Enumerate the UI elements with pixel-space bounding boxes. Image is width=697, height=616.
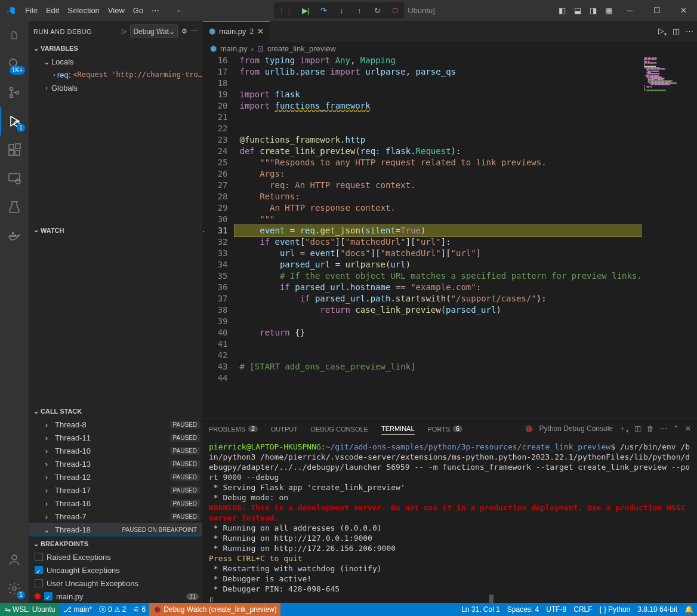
ports-status[interactable]: ⚟6: [129, 603, 149, 616]
indentation[interactable]: Spaces: 4: [504, 603, 542, 616]
breakpoint-option[interactable]: ✓Uncaught Exceptions: [29, 563, 202, 577]
eol[interactable]: CRLF: [570, 603, 596, 616]
kill-terminal-icon[interactable]: 🗑: [647, 424, 654, 433]
terminal[interactable]: pierrick@LAPTOP-HKU5PNNG:~/git/add-ons-s…: [203, 439, 697, 603]
close-tab-icon[interactable]: ✕: [257, 27, 264, 36]
tab-main-py[interactable]: ⬢ main.py 2 ✕: [203, 21, 270, 42]
split-editor-icon[interactable]: ◫: [673, 27, 680, 36]
menu-edit[interactable]: Edit: [42, 0, 63, 21]
scope-globals[interactable]: ›Globals: [29, 81, 202, 94]
error-icon: ⓧ: [99, 605, 106, 615]
remote-explorer-icon[interactable]: [0, 164, 29, 193]
terminal-label[interactable]: Python Debug Console: [539, 424, 613, 433]
debug-terminal-icon: 🐞: [525, 424, 533, 433]
explorer-icon[interactable]: [0, 21, 29, 50]
layout-primary-icon[interactable]: ◧: [554, 0, 570, 21]
svg-point-1: [10, 88, 13, 91]
split-terminal-icon[interactable]: ◫: [634, 424, 641, 433]
start-debug-icon[interactable]: ▷: [122, 27, 127, 35]
run-debug-icon[interactable]: 1: [0, 107, 29, 135]
new-terminal-icon[interactable]: ＋▾: [619, 424, 628, 434]
accounts-icon[interactable]: [0, 546, 29, 574]
section-variables[interactable]: ⌄ VARIABLES: [29, 42, 202, 55]
breakpoint-file[interactable]: ✓main.py31: [29, 590, 202, 603]
tab-ports[interactable]: PORTS6: [428, 424, 462, 435]
thread-row[interactable]: ›Thread-11PAUSED: [29, 431, 202, 444]
window-close[interactable]: ✕: [670, 0, 697, 21]
thread-row[interactable]: ›Thread-17PAUSED: [29, 483, 202, 497]
docker-icon[interactable]: [0, 221, 29, 250]
menu-bar: File Edit Selection View Go ⋯: [21, 0, 164, 21]
debug-sidebar: RUN AND DEBUG ▷ Debug Wat ⌄ ⚙ ⋯ ⌄ VARIAB…: [29, 21, 203, 603]
window-maximize[interactable]: ☐: [643, 0, 670, 21]
extensions-icon[interactable]: [0, 135, 29, 164]
notifications-icon[interactable]: 🔔: [681, 603, 697, 616]
menu-more[interactable]: ⋯: [147, 0, 164, 21]
thread-row[interactable]: ›Thread-13PAUSED: [29, 457, 202, 470]
cursor-position[interactable]: Ln 31, Col 1: [458, 603, 504, 616]
encoding[interactable]: UTF-8: [542, 603, 570, 616]
section-callstack[interactable]: ⌄ CALL STACK: [29, 405, 202, 418]
drag-handle-icon[interactable]: ⋮⋮: [274, 6, 297, 15]
section-breakpoints[interactable]: ⌄ BREAKPOINTS: [29, 537, 202, 550]
step-into-icon[interactable]: ↓: [332, 2, 350, 19]
restart-icon[interactable]: ↻: [368, 2, 386, 19]
step-out-icon[interactable]: ↑: [350, 2, 368, 19]
debug-status[interactable]: 🐞Debug Watch (create_link_preview): [149, 603, 280, 616]
remote-button[interactable]: ⇋WSL: Ubuntu: [0, 603, 60, 616]
scope-locals[interactable]: ⌄Locals: [29, 55, 202, 68]
language-mode[interactable]: { } Python: [596, 603, 634, 616]
tab-output[interactable]: OUTPUT: [271, 424, 298, 435]
thread-row[interactable]: ›Thread-10PAUSED: [29, 444, 202, 457]
thread-row[interactable]: ⌄Thread-18PAUSED ON BREAKPOINT: [29, 523, 202, 536]
problems-status[interactable]: ⓧ0 ⚠2: [95, 603, 129, 616]
menu-go[interactable]: Go: [129, 0, 147, 21]
chevron-down-icon: ⌄: [169, 27, 175, 36]
breakpoint-option[interactable]: User Uncaught Exceptions: [29, 577, 202, 590]
remote-icon: ⇋: [5, 605, 11, 614]
menu-file[interactable]: File: [21, 0, 42, 21]
sidebar-title: RUN AND DEBUG: [33, 28, 118, 35]
radio-icon: ⚟: [133, 605, 140, 614]
continue-icon[interactable]: ▶|: [297, 2, 314, 19]
breakpoint-option[interactable]: Raised Exceptions: [29, 550, 202, 563]
breadcrumbs[interactable]: ⬢ main.py › ⊡ create_link_preview: [203, 42, 697, 55]
branch-button[interactable]: ⎇main*: [60, 603, 95, 616]
debug-config-select[interactable]: Debug Wat ⌄: [130, 24, 178, 38]
stop-icon[interactable]: □: [386, 2, 404, 19]
layout-secondary-icon[interactable]: ◨: [585, 0, 601, 21]
maximize-panel-icon[interactable]: ⌃: [673, 424, 679, 433]
tab-problems[interactable]: PROBLEMS2: [209, 424, 258, 435]
python-interpreter[interactable]: 3.8.10 64-bit: [634, 603, 681, 616]
menu-view[interactable]: View: [104, 0, 129, 21]
gear-icon[interactable]: ⚙: [181, 27, 187, 35]
nav-forward-icon[interactable]: →: [189, 6, 197, 15]
settings-icon[interactable]: 1: [0, 574, 29, 603]
search-icon[interactable]: 1K+: [0, 50, 29, 78]
thread-row[interactable]: ›Thread-8PAUSED: [29, 418, 202, 431]
thread-row[interactable]: ›Thread-12PAUSED: [29, 470, 202, 483]
close-panel-icon[interactable]: ✕: [685, 424, 691, 433]
variable-req[interactable]: ›req:<Request 'http://charming-tro…: [29, 68, 202, 81]
customize-layout-icon[interactable]: ▦: [601, 0, 616, 21]
window-minimize[interactable]: ─: [616, 0, 643, 21]
thread-row[interactable]: ›Thread-16PAUSED: [29, 497, 202, 510]
step-over-icon[interactable]: ↷: [314, 2, 332, 19]
minimap[interactable]: ████ ████ ████ ██████ ████ ████ ███████ …: [642, 55, 697, 418]
testing-icon[interactable]: [0, 193, 29, 221]
section-watch[interactable]: ⌄ WATCH: [29, 224, 202, 237]
tab-terminal[interactable]: TERMINAL: [381, 423, 415, 435]
more-icon[interactable]: ⋯: [191, 27, 198, 35]
scm-icon[interactable]: [0, 78, 29, 107]
tab-debug-console[interactable]: DEBUG CONSOLE: [311, 424, 368, 435]
nav-back-icon[interactable]: ←: [175, 6, 183, 15]
code-editor[interactable]: 16171819202122232425262728293031▶3233343…: [203, 55, 697, 418]
menu-selection[interactable]: Selection: [63, 0, 103, 21]
svg-rect-9: [9, 174, 20, 181]
run-icon[interactable]: ▷▾: [658, 26, 667, 37]
thread-row[interactable]: ›Thread-7PAUSED: [29, 510, 202, 523]
svg-point-0: [10, 59, 17, 66]
more-terminal-icon[interactable]: ⋯: [660, 424, 667, 433]
layout-panel-icon[interactable]: ⬓: [570, 0, 585, 21]
more-actions-icon[interactable]: ⋯: [686, 27, 693, 36]
